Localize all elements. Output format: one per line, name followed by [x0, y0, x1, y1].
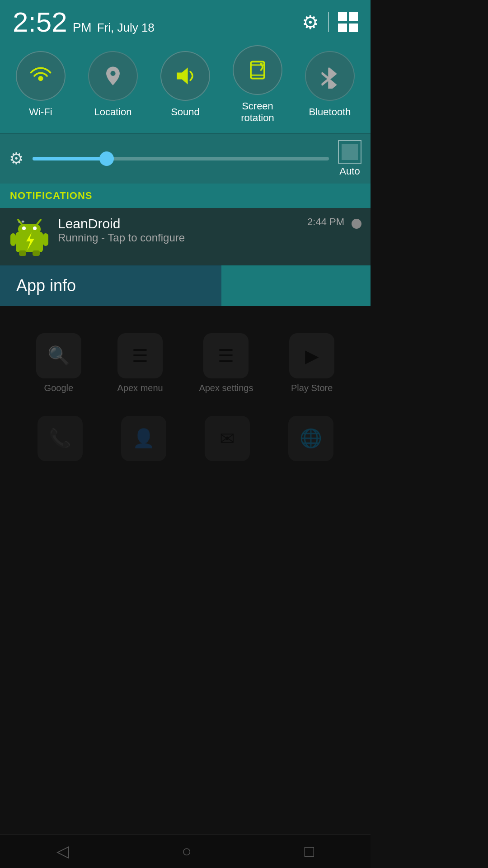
svg-text:- +: - +	[18, 219, 24, 225]
phone-icon: 📞	[38, 416, 83, 461]
date-display: Fri, July 18	[97, 21, 155, 35]
bluetooth-circle[interactable]	[305, 51, 355, 101]
apex-menu-label: Apex menu	[117, 383, 163, 393]
status-bar-left: 2:52 PM Fri, July 18	[13, 8, 155, 36]
notification-time: 2:44 PM	[307, 216, 344, 231]
app-info-popup[interactable]: App info	[0, 265, 221, 306]
home-icons-row: 🔍 Google ☰ Apex menu ☰ Apex settings ▶ P…	[0, 324, 371, 402]
leandroid-icon: - +	[9, 216, 50, 257]
svg-point-11	[22, 226, 26, 230]
sound-label: Sound	[171, 106, 200, 118]
toggle-wifi[interactable]: Wi-Fi	[16, 51, 66, 118]
notification-panel: 2:52 PM Fri, July 18 ⚙ Wi-Fi	[0, 0, 371, 306]
apex-settings-label: Apex settings	[199, 383, 253, 393]
toggle-screen-rotation[interactable]: Screenrotation	[233, 45, 282, 124]
home-button[interactable]: ○	[182, 842, 192, 861]
auto-brightness-group[interactable]: Auto	[338, 140, 361, 177]
svg-rect-7	[16, 232, 43, 252]
list-item[interactable]: ✉	[205, 416, 250, 461]
home-screen: 🔍 Google ☰ Apex menu ☰ Apex settings ▶ P…	[0, 306, 371, 758]
svg-point-12	[33, 226, 37, 230]
screen-rotation-circle[interactable]	[233, 45, 282, 95]
toggle-location[interactable]: Location	[88, 51, 138, 118]
location-icon	[100, 63, 126, 89]
notification-subtitle: Running - Tap to configure	[58, 231, 185, 244]
notifications-header: NOTIFICATIONS	[0, 184, 371, 208]
list-item[interactable]: ▶ Play Store	[289, 333, 334, 393]
clock-ampm: PM	[73, 20, 92, 35]
notifications-title: NOTIFICATIONS	[10, 190, 92, 201]
back-button[interactable]: ◁	[56, 842, 69, 861]
toggle-bluetooth[interactable]: Bluetooth	[305, 51, 355, 118]
toggle-sound[interactable]: Sound	[160, 51, 210, 118]
list-item[interactable]: 🌐	[288, 416, 333, 461]
auto-brightness-label: Auto	[339, 165, 360, 177]
divider	[328, 12, 329, 32]
svg-line-10	[37, 220, 41, 224]
list-item[interactable]: 📞	[38, 416, 83, 461]
location-label: Location	[94, 106, 131, 118]
play-store-icon: ▶	[289, 333, 334, 378]
screen-rotation-label: Screenrotation	[241, 100, 274, 124]
settings-icon[interactable]: ⚙	[302, 11, 319, 33]
screen-rotation-icon	[245, 57, 270, 83]
bluetooth-label: Bluetooth	[309, 106, 351, 118]
list-item[interactable]: 🔍 Google	[36, 333, 81, 393]
svg-rect-15	[19, 250, 26, 256]
notification-dismiss-dot[interactable]	[352, 219, 361, 229]
apex-settings-icon: ☰	[203, 333, 249, 378]
nav-bar: ◁ ○ □	[0, 834, 371, 868]
notification-card[interactable]: - + LeanDroid 2:44 PM Running - Tap to c…	[0, 208, 371, 265]
contacts-icon: 👤	[121, 416, 166, 461]
google-label: Google	[44, 383, 74, 393]
auto-brightness-box[interactable]	[338, 140, 361, 164]
location-circle[interactable]	[88, 51, 138, 101]
google-icon: 🔍	[36, 333, 81, 378]
brightness-row: ⚙ Auto	[0, 133, 371, 184]
svg-rect-14	[43, 233, 48, 246]
auto-brightness-inner	[342, 144, 358, 160]
dock-row: 📞 👤 ✉ 🌐	[0, 411, 371, 466]
brightness-thumb[interactable]	[99, 151, 114, 166]
quick-toggles: Wi-Fi Location Sound	[0, 41, 371, 133]
wifi-circle[interactable]	[16, 51, 66, 101]
clock-time: 2:52	[13, 8, 67, 36]
notification-content: LeanDroid 2:44 PM Running - Tap to confi…	[58, 216, 344, 244]
apex-menu-icon: ☰	[117, 333, 163, 378]
wifi-icon	[28, 63, 53, 89]
brightness-fill	[33, 157, 107, 160]
brightness-settings-icon[interactable]: ⚙	[9, 149, 23, 168]
notification-app-name: LeanDroid	[58, 216, 120, 231]
svg-rect-16	[33, 250, 40, 256]
status-bar: 2:52 PM Fri, July 18 ⚙	[0, 0, 371, 41]
svg-rect-13	[10, 233, 16, 246]
svg-rect-8	[18, 224, 41, 234]
notification-app-icon: - +	[9, 216, 50, 257]
list-item[interactable]: 👤	[121, 416, 166, 461]
play-store-label: Play Store	[291, 383, 333, 393]
recents-button[interactable]: □	[305, 842, 314, 861]
notification-top-row: LeanDroid 2:44 PM	[58, 216, 344, 231]
list-item[interactable]: ☰ Apex menu	[117, 333, 163, 393]
svg-rect-1	[251, 61, 264, 78]
svg-marker-0	[177, 68, 188, 85]
messages-icon: ✉	[205, 416, 250, 461]
sound-icon	[173, 63, 198, 89]
bluetooth-icon	[317, 63, 343, 89]
multiwindow-icon[interactable]	[338, 12, 358, 32]
browser-icon: 🌐	[288, 416, 333, 461]
brightness-slider[interactable]	[33, 157, 329, 160]
sound-circle[interactable]	[160, 51, 210, 101]
list-item[interactable]: ☰ Apex settings	[199, 333, 253, 393]
status-bar-right: ⚙	[302, 11, 358, 33]
wifi-label: Wi-Fi	[29, 106, 52, 118]
app-info-label[interactable]: App info	[16, 276, 76, 295]
